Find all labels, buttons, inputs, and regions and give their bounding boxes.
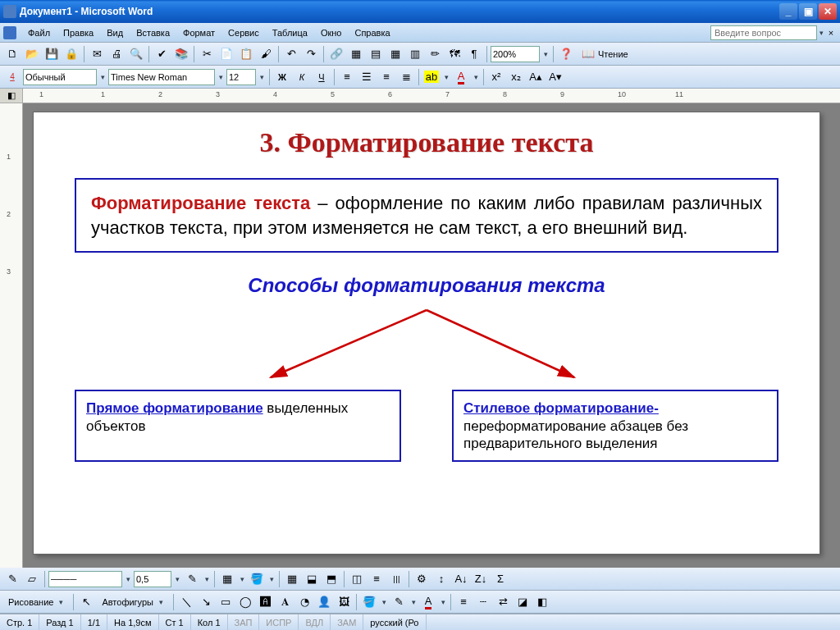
line-weight-select[interactable] — [134, 571, 171, 587]
font-color2-dropdown[interactable]: ▾ — [439, 598, 447, 606]
columns-button[interactable]: ▥ — [406, 45, 424, 63]
fill-color-dropdown[interactable]: ▾ — [380, 598, 388, 606]
page-area[interactable]: 3. Форматирование текста Форматирование … — [23, 103, 840, 568]
autosum-button[interactable]: Σ — [491, 570, 509, 588]
line-weight-dropdown[interactable]: ▾ — [173, 575, 181, 583]
select-objects-button[interactable]: ↖ — [77, 593, 95, 611]
paste-button[interactable]: 📋 — [237, 45, 255, 63]
insert-table-button[interactable]: ▤ — [367, 45, 385, 63]
menu-service[interactable]: Сервис — [221, 26, 266, 39]
close-button[interactable]: ✕ — [819, 3, 837, 20]
align-center-button[interactable]: ☰ — [358, 68, 376, 86]
save-button[interactable]: 💾 — [43, 45, 61, 63]
font-color2-button[interactable]: A — [419, 593, 437, 611]
line-style-button[interactable]: ≡ — [454, 593, 472, 611]
tables-borders-button[interactable]: ▦ — [347, 45, 365, 63]
line-color-button[interactable]: ✎ — [390, 593, 408, 611]
3d-button[interactable]: ◧ — [533, 593, 551, 611]
subscript-button[interactable]: x₂ — [507, 68, 525, 86]
print-button[interactable]: 🖨 — [107, 45, 126, 63]
format-painter-button[interactable]: 🖌 — [257, 45, 275, 63]
border-color-button[interactable]: ✎ — [183, 570, 201, 588]
font-size-select[interactable] — [226, 69, 256, 85]
menu-edit[interactable]: Правка — [57, 26, 100, 39]
help-button[interactable]: ❓ — [557, 45, 575, 63]
menu-window[interactable]: Окно — [314, 26, 349, 39]
wordart-button[interactable]: 𝐀 — [276, 593, 294, 611]
shading-dropdown[interactable]: ▾ — [267, 575, 276, 583]
shrink-font-button[interactable]: A▾ — [546, 68, 564, 86]
help-question-dropdown[interactable]: ▾ — [817, 29, 825, 37]
shading-button[interactable]: 🪣 — [248, 570, 266, 588]
doc-map-button[interactable]: 🗺 — [445, 45, 463, 63]
line-style-dropdown[interactable]: ▾ — [124, 575, 132, 583]
insert-excel-button[interactable]: ▦ — [386, 45, 404, 63]
status-ext[interactable]: ВДЛ — [299, 614, 331, 630]
insert-table2-button[interactable]: ▦ — [283, 570, 301, 588]
picture-button[interactable]: 🖼 — [335, 593, 353, 611]
drawing-toggle-button[interactable]: ✏ — [426, 45, 444, 63]
autoshapes-dropdown[interactable]: ▾ — [157, 598, 165, 606]
border-color-dropdown[interactable]: ▾ — [203, 575, 211, 583]
autoshapes-menu[interactable]: Автофигуры ▾ — [97, 597, 170, 607]
copy-button[interactable]: 📄 — [217, 45, 235, 63]
redo-button[interactable]: ↷ — [302, 45, 320, 63]
line-style-select[interactable] — [48, 571, 122, 587]
dash-style-button[interactable]: ┄ — [474, 593, 492, 611]
sort-desc-button[interactable]: Z↓ — [472, 570, 490, 588]
horizontal-ruler[interactable]: ◧ 1 1 2 3 4 5 6 7 8 9 10 11 — [0, 89, 840, 103]
status-rec[interactable]: ЗАП — [228, 614, 260, 630]
merge-cells-button[interactable]: ⬓ — [303, 570, 321, 588]
split-cells-button[interactable]: ⬒ — [322, 570, 340, 588]
menu-insert[interactable]: Вставка — [130, 26, 176, 39]
reading-mode-button[interactable]: 📖 Чтение — [577, 48, 633, 60]
zoom-select[interactable] — [491, 46, 540, 62]
arrow-style-button[interactable]: ⇄ — [494, 593, 512, 611]
show-marks-button[interactable]: ¶ — [465, 45, 483, 63]
vertical-ruler[interactable]: 1 2 3 — [0, 103, 23, 568]
font-color-dropdown[interactable]: ▾ — [472, 73, 480, 81]
open-button[interactable]: 📂 — [23, 45, 41, 63]
zoom-dropdown[interactable]: ▾ — [541, 50, 550, 58]
align-left-button[interactable]: ≡ — [338, 68, 356, 86]
sort-asc-button[interactable]: A↓ — [452, 570, 470, 588]
grow-font-button[interactable]: A▴ — [527, 68, 545, 86]
font-dropdown[interactable]: ▾ — [217, 73, 225, 81]
distribute-rows-button[interactable]: ≡ — [368, 570, 386, 588]
maximize-button[interactable]: ▣ — [799, 3, 817, 20]
menu-view[interactable]: Вид — [100, 26, 130, 39]
menu-format[interactable]: Формат — [176, 26, 221, 39]
status-ovr[interactable]: ЗАМ — [331, 614, 363, 630]
highlight-button[interactable]: ab — [422, 68, 441, 86]
oval-button[interactable]: ◯ — [236, 593, 254, 611]
line-color-dropdown[interactable]: ▾ — [409, 598, 418, 606]
status-lang[interactable]: русский (Ро — [363, 614, 426, 630]
rectangle-button[interactable]: ▭ — [217, 593, 235, 611]
italic-button[interactable]: К — [293, 68, 311, 86]
new-doc-button[interactable]: 🗋 — [3, 45, 21, 63]
line-button[interactable]: ＼ — [177, 593, 195, 611]
menu-file[interactable]: Файл — [21, 26, 57, 39]
diagram-button[interactable]: ◔ — [295, 593, 313, 611]
hyperlink-button[interactable]: 🔗 — [327, 45, 345, 63]
font-select[interactable] — [108, 69, 215, 85]
menu-help[interactable]: Справка — [348, 26, 396, 39]
spelling-button[interactable]: ✔ — [153, 45, 171, 63]
status-trk[interactable]: ИСПР — [259, 614, 299, 630]
align-right-button[interactable]: ≡ — [377, 68, 395, 86]
bold-button[interactable]: Ж — [273, 68, 291, 86]
drawing-dropdown[interactable]: ▾ — [57, 598, 65, 606]
document-page[interactable]: 3. Форматирование текста Форматирование … — [33, 112, 820, 555]
highlight-dropdown[interactable]: ▾ — [442, 73, 450, 81]
preview-button[interactable]: 🔍 — [127, 45, 145, 63]
fill-color-button[interactable]: 🪣 — [360, 593, 378, 611]
draw-table-button[interactable]: ✎ — [3, 570, 21, 588]
style-dropdown[interactable]: ▾ — [98, 73, 107, 81]
text-direction-button[interactable]: ↕ — [432, 570, 450, 588]
minimize-button[interactable]: _ — [779, 3, 797, 20]
textbox-button[interactable]: 🅰 — [256, 593, 274, 611]
undo-button[interactable]: ↶ — [282, 45, 300, 63]
superscript-button[interactable]: x² — [487, 68, 505, 86]
clipart-button[interactable]: 👤 — [315, 593, 333, 611]
align-cells-button[interactable]: ◫ — [348, 570, 366, 588]
